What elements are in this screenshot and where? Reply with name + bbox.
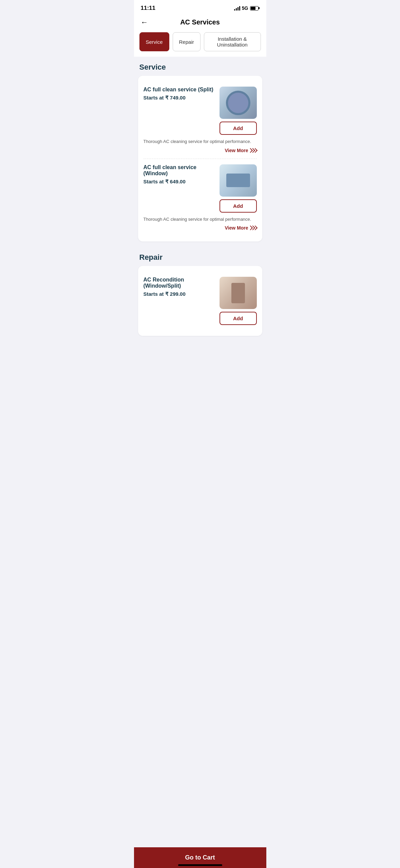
home-indicator	[178, 864, 222, 866]
network-label: 5G	[242, 5, 248, 11]
service-image-split	[220, 87, 257, 119]
service-card: AC full clean service (Split) Starts at …	[138, 76, 262, 241]
service-row-recondition: AC Recondition (Window/Split) Starts at …	[144, 277, 257, 325]
service-title-window: AC full clean service (Window)	[144, 164, 215, 177]
repair-card: AC Recondition (Window/Split) Starts at …	[138, 266, 262, 336]
repair-section-heading: Repair	[134, 247, 266, 266]
page-title: AC Services	[180, 18, 220, 26]
tab-installation[interactable]: Installation & Uninstallation	[204, 32, 261, 51]
service-info-recondition: AC Recondition (Window/Split) Starts at …	[144, 277, 215, 301]
service-image-container-split: Add	[220, 87, 257, 135]
service-description-split: Thorough AC cleaning service for optimal…	[144, 138, 257, 145]
service-image-container-recondition: Add	[220, 277, 257, 325]
back-button[interactable]: ←	[141, 18, 148, 27]
add-button-window[interactable]: Add	[220, 199, 257, 213]
service-image-recondition	[220, 277, 257, 309]
service-title-split: AC full clean service (Split)	[144, 87, 215, 93]
service-row-window: AC full clean service (Window) Starts at…	[144, 164, 257, 213]
add-button-recondition[interactable]: Add	[220, 312, 257, 325]
service-row: AC full clean service (Split) Starts at …	[144, 87, 257, 135]
service-image-window	[220, 164, 257, 197]
view-more-label-split: View More	[225, 148, 248, 153]
view-more-label-window: View More	[225, 225, 248, 231]
status-bar: 11:11 5G	[134, 0, 266, 14]
service-info-window: AC full clean service (Window) Starts at…	[144, 164, 215, 188]
tab-service[interactable]: Service	[139, 32, 169, 51]
header: ← AC Services	[134, 14, 266, 32]
view-more-chevrons	[250, 149, 257, 152]
service-description-window: Thorough AC cleaning service for optimal…	[144, 216, 257, 223]
battery-icon	[250, 6, 260, 11]
service-price-recondition: Starts at ₹ 299.00	[144, 291, 215, 297]
signal-icon	[234, 6, 240, 11]
status-time: 11:11	[141, 5, 155, 12]
status-icons: 5G	[234, 5, 260, 11]
service-image-container-window: Add	[220, 164, 257, 213]
view-more-window[interactable]: View More	[144, 225, 257, 231]
tab-repair[interactable]: Repair	[173, 32, 201, 51]
service-item-recondition: AC Recondition (Window/Split) Starts at …	[144, 271, 257, 330]
service-title-recondition: AC Recondition (Window/Split)	[144, 277, 215, 289]
service-price-split: Starts at ₹ 749.00	[144, 95, 215, 101]
add-button-split[interactable]: Add	[220, 122, 257, 135]
service-item-split: AC full clean service (Split) Starts at …	[144, 81, 257, 159]
main-content: Service AC full clean service (Split) St…	[134, 57, 266, 368]
service-item-window: AC full clean service (Window) Starts at…	[144, 159, 257, 236]
service-section-heading: Service	[134, 57, 266, 76]
view-more-chevrons-window	[250, 226, 257, 230]
tabs-container: Service Repair Installation & Uninstalla…	[134, 32, 266, 57]
service-info: AC full clean service (Split) Starts at …	[144, 87, 215, 104]
view-more-split[interactable]: View More	[144, 148, 257, 153]
service-price-window: Starts at ₹ 649.00	[144, 179, 215, 185]
